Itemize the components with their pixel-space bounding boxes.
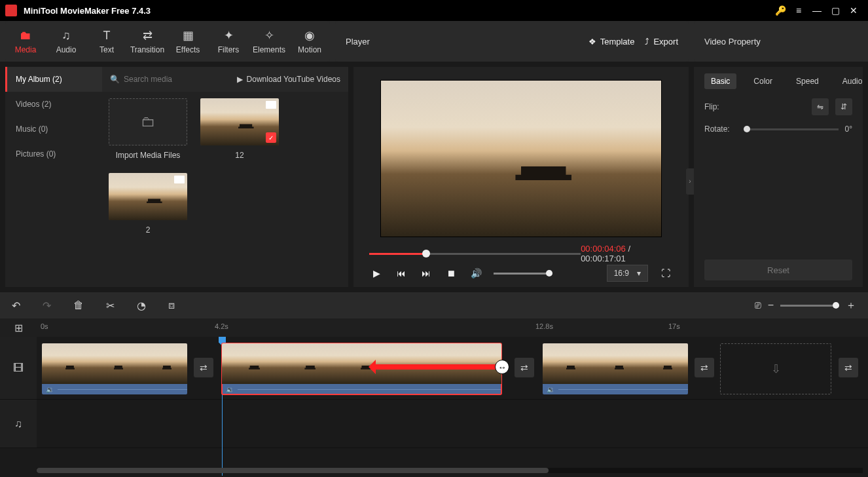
fullscreen-button[interactable]: ⛶ (659, 266, 673, 280)
prop-tab-speed[interactable]: Speed (789, 73, 825, 89)
minimize-button[interactable]: — (808, 1, 826, 20)
flip-vertical-button[interactable]: ⇵ (835, 98, 852, 115)
audio-track-body[interactable] (37, 400, 868, 448)
property-header: Video Property (694, 21, 863, 62)
prop-tab-basic[interactable]: Basic (704, 73, 736, 89)
chevron-down-icon: ▾ (637, 269, 641, 278)
media-item[interactable]: ✓ 12 (200, 98, 279, 160)
titlebar: MiniTool MovieMaker Free 7.4.3 🔑 ≡ — ▢ ✕ (0, 0, 868, 21)
flip-horizontal-button[interactable]: ⇋ (812, 98, 829, 115)
split-button[interactable]: ✂ (106, 299, 115, 312)
upgrade-key-icon[interactable]: 🔑 (771, 1, 789, 20)
volume-slider[interactable] (494, 273, 552, 275)
delete-button[interactable]: 🗑 (73, 299, 84, 311)
reset-button[interactable]: Reset (704, 259, 852, 280)
scrollbar-thumb[interactable] (37, 468, 549, 473)
preview-screen[interactable] (380, 80, 662, 237)
sidebar-item-pictures[interactable]: Pictures (0) (5, 142, 102, 166)
preview-area (369, 75, 673, 242)
next-frame-button[interactable]: ⏭ (419, 266, 433, 280)
prev-frame-button[interactable]: ⏮ (394, 266, 408, 280)
add-track-button[interactable]: ⊞ (0, 318, 37, 337)
panel-collapse-button[interactable]: › (686, 168, 694, 195)
aspect-ratio-select[interactable]: 16:9 ▾ (607, 265, 648, 282)
audio-track-icon[interactable]: ♫ (0, 400, 37, 448)
crop-button[interactable]: ⧈ (168, 299, 175, 311)
timeline-scrollbar[interactable] (37, 468, 863, 473)
close-button[interactable]: ✕ (844, 1, 863, 20)
tab-transition[interactable]: ⇄Transition (127, 21, 168, 62)
fit-button[interactable]: ⎚ (755, 299, 761, 311)
seek-bar[interactable]: 00:00:04:06 / 00:00:17:01 (369, 249, 673, 258)
video-track: 🎞 🔉 ⇄ 8.6s 🔉 ⇄ 🔉 ⇄ ⇩ ⇄ ↔ (0, 337, 868, 400)
media-thumbnail (109, 173, 187, 220)
maximize-button[interactable]: ▢ (826, 1, 844, 20)
ruler-marks[interactable]: 0s 4.2s 12.8s 17s (37, 318, 868, 337)
tab-audio[interactable]: ♫Audio (46, 21, 86, 62)
play-button[interactable]: ▶ (369, 266, 384, 280)
top-toolbar: 🖿Media ♫Audio TText ⇄Transition ▦Effects… (0, 21, 868, 62)
timeline-clip[interactable]: 🔉 (42, 343, 187, 394)
export-button[interactable]: ⤴Export (645, 37, 678, 47)
zoom-out-button[interactable]: − (768, 299, 774, 311)
timeline-zoom: ⎚ − ＋ (755, 299, 856, 313)
sidebar-item-videos[interactable]: Videos (2) (5, 92, 102, 117)
folder-icon: 🖿 (20, 28, 31, 43)
annotation-arrow (371, 364, 501, 370)
media-item[interactable]: 2 (109, 173, 187, 235)
timeline-clip[interactable]: 🔉 (543, 343, 688, 394)
zoom-slider[interactable] (780, 305, 839, 307)
media-thumbnail: ✓ (200, 98, 279, 145)
zoom-in-button[interactable]: ＋ (846, 299, 856, 313)
audio-track: ♫ (0, 400, 868, 448)
search-box[interactable]: 🔍 (110, 75, 229, 84)
import-media-button[interactable]: 🗀 Import Media Files (109, 98, 187, 160)
tab-elements[interactable]: ✧Elements (249, 21, 289, 62)
transition-slot[interactable]: ⇄ (695, 358, 714, 377)
ruler-mark: 12.8s (535, 322, 553, 330)
transition-slot[interactable]: ⇄ (839, 358, 858, 377)
media-toolbar: 🔍 ▶ Download YouTube Videos (102, 67, 348, 92)
rotate-handle[interactable] (744, 126, 750, 132)
volume-icon[interactable]: 🔊 (469, 266, 483, 280)
rotate-slider[interactable] (744, 128, 839, 130)
prop-tab-audio[interactable]: Audio (836, 73, 868, 89)
video-track-icon[interactable]: 🎞 (0, 337, 37, 399)
transition-slot[interactable]: ⇄ (515, 358, 534, 377)
sidebar-item-music[interactable]: Music (0) (5, 117, 102, 142)
tab-text[interactable]: TText (86, 21, 127, 62)
prop-tab-color[interactable]: Color (747, 73, 779, 89)
stop-button[interactable]: ⏹ (444, 266, 458, 280)
app-title: MiniTool MovieMaker Free 7.4.3 (24, 6, 771, 16)
seek-track[interactable] (369, 253, 581, 255)
export-icon: ⤴ (645, 37, 649, 47)
redo-button[interactable]: ↷ (43, 299, 51, 312)
flip-row: Flip: ⇋ ⇵ (704, 98, 852, 115)
rotate-row: Rotate: 0° (704, 124, 852, 134)
template-button[interactable]: ❖Template (588, 37, 635, 47)
clip-dropzone[interactable]: ⇩ (720, 343, 831, 394)
timeline-ruler[interactable]: ⊞ 0s 4.2s 12.8s 17s (0, 318, 868, 337)
volume-handle[interactable] (546, 270, 552, 277)
sidebar-item-my-album[interactable]: My Album (2) (5, 67, 102, 92)
ruler-mark: 17s (668, 322, 680, 330)
transition-slot[interactable]: ⇄ (194, 358, 213, 377)
player-header: Player ❖Template ⤴Export (335, 21, 689, 62)
seek-handle[interactable] (422, 250, 430, 258)
menu-icon[interactable]: ≡ (789, 1, 808, 20)
download-youtube-button[interactable]: ▶ Download YouTube Videos (237, 75, 340, 84)
undo-button[interactable]: ↶ (12, 299, 20, 312)
search-input[interactable] (124, 75, 229, 84)
tab-motion[interactable]: ◉Motion (289, 21, 330, 62)
speaker-icon: 🔉 (226, 386, 234, 393)
media-grid: 🗀 Import Media Files ✓ 12 (102, 92, 348, 287)
elements-icon: ✧ (264, 28, 274, 43)
tab-media[interactable]: 🖿Media (5, 21, 46, 62)
folder-open-icon: 🗀 (109, 98, 187, 145)
tab-effects[interactable]: ▦Effects (168, 21, 208, 62)
tab-filters[interactable]: ✦Filters (208, 21, 249, 62)
zoom-handle[interactable] (833, 302, 839, 309)
video-track-body[interactable]: 🔉 ⇄ 8.6s 🔉 ⇄ 🔉 ⇄ ⇩ ⇄ ↔ (37, 337, 868, 399)
media-sidebar: My Album (2) Videos (2) Music (0) Pictur… (5, 67, 102, 287)
speed-button[interactable]: ◔ (137, 299, 146, 312)
